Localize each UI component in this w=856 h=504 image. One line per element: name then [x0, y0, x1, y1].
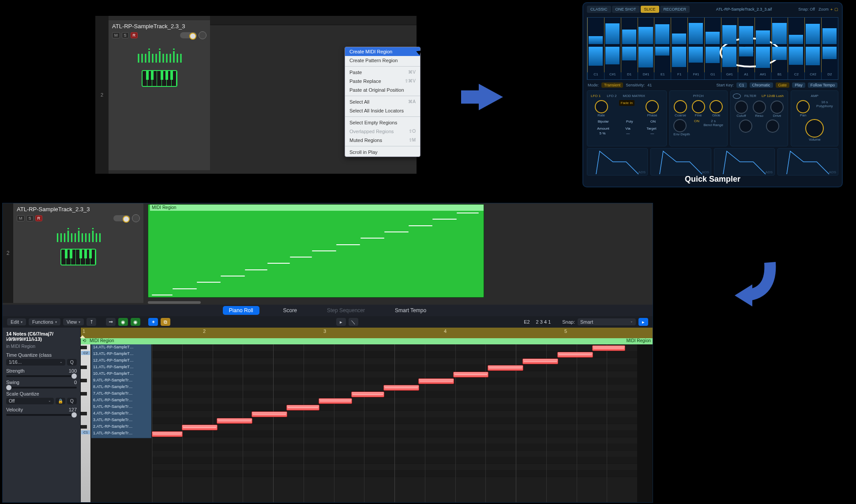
- record-enable-button[interactable]: R: [35, 215, 43, 221]
- scale-q-button[interactable]: Q: [67, 398, 77, 404]
- snap-select[interactable]: Smart⌄: [578, 318, 636, 325]
- mode-value[interactable]: Transient: [601, 82, 623, 88]
- midi-note[interactable]: [217, 418, 252, 424]
- follow-tempo-toggle[interactable]: Follow Tempo: [808, 82, 837, 88]
- quantize-button[interactable]: Q: [67, 359, 77, 366]
- context-menu-item[interactable]: Select All⌘A: [345, 97, 420, 106]
- midi-note[interactable]: [557, 352, 593, 358]
- fade-button[interactable]: Fade In: [619, 100, 634, 106]
- rate-knob[interactable]: [595, 100, 608, 113]
- solo-button[interactable]: S: [122, 32, 129, 38]
- tab-score[interactable]: Score: [277, 306, 303, 315]
- waveform-area[interactable]: C1C#1D1D#1E1F1F#1G1G#1A1A#1B1C2C#2D2 ↪: [587, 17, 838, 80]
- context-menu-item[interactable]: Scroll in Play: [345, 148, 420, 157]
- snap-label[interactable]: Snap: Off: [798, 7, 815, 11]
- track-option-button[interactable]: [132, 214, 140, 222]
- context-menu-item[interactable]: Select All Inside Locators: [345, 106, 420, 115]
- zoom-in-icon[interactable]: ＋: [830, 7, 833, 12]
- envelope-box[interactable]: ADS: [777, 148, 838, 175]
- coarse-knob[interactable]: [674, 100, 687, 113]
- keytrig-toggle[interactable]: ON: [649, 119, 657, 124]
- arrange-area[interactable]: Create MIDI RegionCreate Pattern RegionP…: [210, 16, 417, 174]
- midi-note[interactable]: [488, 365, 523, 371]
- swing-slider[interactable]: [6, 387, 77, 388]
- context-menu-item[interactable]: Paste at Original Position: [345, 86, 420, 94]
- cutoff-knob[interactable]: [735, 101, 748, 114]
- midi-note[interactable]: [286, 405, 320, 411]
- modmatrix-tab[interactable]: MOD MATRIX: [621, 93, 647, 98]
- zoom-fit-icon[interactable]: ▢: [834, 7, 838, 11]
- bend-value[interactable]: 2 s: [703, 119, 723, 123]
- midi-note[interactable]: [152, 431, 183, 437]
- filter-envdepth-knob[interactable]: [739, 119, 752, 133]
- envelope-box[interactable]: ADS: [714, 148, 775, 175]
- mute-button[interactable]: M: [17, 215, 25, 221]
- midi-note[interactable]: [351, 392, 385, 397]
- sensitivity-value[interactable]: 41: [647, 83, 652, 87]
- pan-knob[interactable]: [796, 100, 810, 113]
- link-icon[interactable]: ⧉: [161, 318, 170, 326]
- time-quantize-select[interactable]: 1/16…⌄: [6, 359, 65, 366]
- midi-in-icon[interactable]: ⮕: [106, 318, 116, 326]
- functions-menu[interactable]: Functions▾: [29, 318, 60, 325]
- track-option-button[interactable]: [199, 31, 206, 39]
- bar-ruler[interactable]: 12345: [81, 328, 653, 339]
- envdepth-pitch-knob[interactable]: [673, 119, 687, 132]
- envelope-box[interactable]: ADS: [587, 148, 648, 175]
- track-header[interactable]: ATL-RP-SampleTrack_2.3_3 M S R ıııİııİıı…: [13, 203, 143, 303]
- startkey-value[interactable]: C1: [736, 82, 747, 88]
- context-menu-item[interactable]: Muted Regions⇧M: [345, 136, 420, 145]
- solo-button[interactable]: S: [26, 215, 34, 221]
- midi-note[interactable]: [453, 372, 489, 377]
- lane-label[interactable]: 1.ATL-RP-SampleTr…: [91, 430, 151, 438]
- qs-tab-classic[interactable]: CLASSIC: [587, 6, 611, 13]
- filter-keytrack-knob[interactable]: [766, 119, 779, 133]
- context-menu-item[interactable]: Paste Replace⇧⌘V: [345, 77, 420, 86]
- scale-quantize-select[interactable]: Off⌄: [6, 398, 54, 404]
- midi-note[interactable]: [592, 345, 626, 351]
- midi-note[interactable]: [252, 411, 287, 417]
- key-column[interactable]: C2C1 14.ATL-RP-SampleT…13.ATL-RP-SampleT…: [81, 344, 152, 502]
- extra-button[interactable]: ▸: [638, 318, 648, 326]
- midi-region[interactable]: MIDI Region: [148, 204, 484, 298]
- bipolar-toggle[interactable]: Bipolar: [596, 119, 611, 124]
- tab-smart-tempo[interactable]: Smart Tempo: [389, 306, 432, 315]
- record-enable-button[interactable]: R: [131, 32, 138, 38]
- piano-keys[interactable]: C2C1: [81, 344, 90, 502]
- mute-button[interactable]: M: [112, 32, 120, 38]
- track-toggle[interactable]: [113, 215, 130, 221]
- filter-type[interactable]: LP 12dB Lush: [760, 93, 785, 99]
- midi-note[interactable]: [319, 398, 352, 404]
- fine-knob[interactable]: [692, 100, 705, 113]
- tab-piano-roll[interactable]: Piano Roll: [223, 306, 259, 315]
- arrange-scrollbar[interactable]: [148, 301, 201, 304]
- poly-toggle[interactable]: Poly: [624, 119, 635, 124]
- tab-step-sequencer[interactable]: Step Sequencer: [321, 306, 371, 315]
- pencil-tool-icon[interactable]: ＼: [349, 318, 358, 326]
- filter-enable[interactable]: [733, 93, 741, 99]
- region-strip[interactable]: ⟲ MIDI Region MIDI Region: [81, 338, 653, 345]
- lfo2-tab[interactable]: LFO 2: [605, 93, 618, 98]
- arrange-area[interactable]: MIDI Region: [143, 203, 653, 303]
- context-menu-item[interactable]: Paste⌘V: [345, 68, 420, 77]
- lfo1-tab[interactable]: LFO 1: [589, 93, 602, 98]
- context-menu-item[interactable]: Create Pattern Region: [345, 56, 420, 65]
- view-menu[interactable]: View▾: [63, 318, 84, 325]
- midi-note[interactable]: [522, 358, 558, 364]
- drive-knob[interactable]: [770, 101, 784, 114]
- chromatic-toggle[interactable]: Chromatic: [750, 82, 773, 88]
- glide-knob[interactable]: [710, 100, 723, 113]
- note-grid[interactable]: [152, 344, 653, 502]
- qs-tab-oneshot[interactable]: ONE SHOT: [612, 6, 640, 13]
- catch-playhead-icon[interactable]: ⤒: [86, 318, 96, 326]
- gate-toggle[interactable]: Gate: [776, 82, 790, 88]
- scale-lock-icon[interactable]: 🔒: [56, 398, 65, 404]
- midi-thru-icon[interactable]: ◉: [131, 318, 140, 326]
- track-toggle[interactable]: [180, 32, 197, 38]
- amount-value[interactable]: 5 %: [599, 131, 605, 135]
- envelope-box[interactable]: ADS: [650, 148, 711, 175]
- context-menu-item[interactable]: Select Empty Regions: [345, 118, 420, 127]
- velocity-slider[interactable]: [6, 414, 77, 416]
- qs-tab-slice[interactable]: SLICE: [641, 6, 659, 13]
- strength-slider[interactable]: [6, 375, 77, 377]
